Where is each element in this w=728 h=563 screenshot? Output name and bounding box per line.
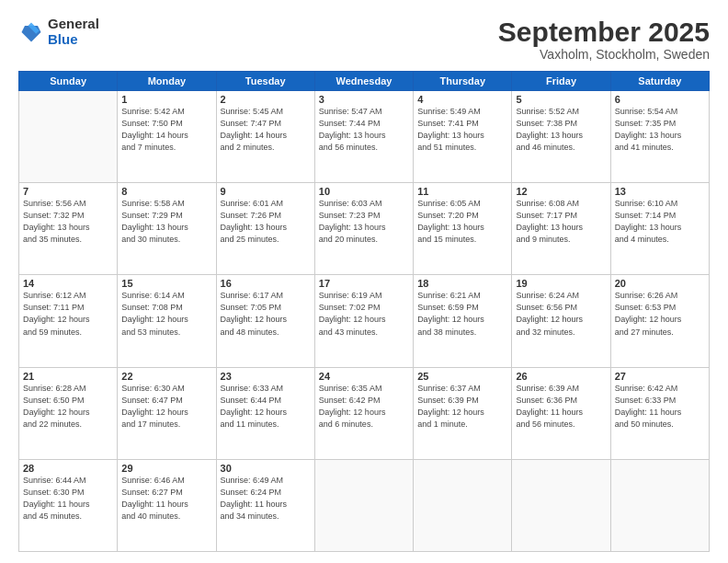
day-info: Sunrise: 5:45 AMSunset: 7:47 PMDaylight:…: [221, 106, 311, 154]
col-thursday: Thursday: [414, 72, 512, 91]
day-number: 24: [319, 371, 409, 382]
calendar-cell: 17Sunrise: 6:19 AMSunset: 7:02 PMDayligh…: [314, 275, 413, 367]
calendar-table: Sunday Monday Tuesday Wednesday Thursday…: [18, 71, 710, 552]
logo-text: General Blue: [48, 17, 99, 47]
calendar-cell: 21Sunrise: 6:28 AMSunset: 6:50 PMDayligh…: [19, 367, 118, 459]
day-number: 29: [121, 463, 211, 474]
day-number: 11: [417, 186, 507, 197]
day-info: Sunrise: 6:46 AMSunset: 6:27 PMDaylight:…: [121, 475, 211, 523]
calendar-cell: 2Sunrise: 5:45 AMSunset: 7:47 PMDaylight…: [216, 91, 314, 183]
day-info: Sunrise: 6:21 AMSunset: 6:59 PMDaylight:…: [417, 290, 507, 338]
day-info: Sunrise: 6:10 AMSunset: 7:14 PMDaylight:…: [615, 198, 705, 246]
col-saturday: Saturday: [610, 72, 709, 91]
page: General Blue September 2025 Vaxholm, Sto…: [0, 0, 728, 563]
calendar-cell: 13Sunrise: 6:10 AMSunset: 7:14 PMDayligh…: [610, 183, 709, 275]
day-number: 21: [23, 371, 113, 382]
calendar-cell: [610, 459, 709, 551]
calendar-cell: 22Sunrise: 6:30 AMSunset: 6:47 PMDayligh…: [118, 367, 216, 459]
calendar-cell: 29Sunrise: 6:46 AMSunset: 6:27 PMDayligh…: [118, 459, 216, 551]
calendar-cell: 14Sunrise: 6:12 AMSunset: 7:11 PMDayligh…: [19, 275, 118, 367]
day-number: 20: [615, 278, 705, 289]
col-monday: Monday: [118, 72, 216, 91]
day-number: 5: [516, 94, 606, 105]
day-info: Sunrise: 6:37 AMSunset: 6:39 PMDaylight:…: [417, 383, 507, 431]
day-info: Sunrise: 6:33 AMSunset: 6:44 PMDaylight:…: [221, 383, 311, 431]
calendar-cell: 10Sunrise: 6:03 AMSunset: 7:23 PMDayligh…: [314, 183, 413, 275]
col-friday: Friday: [512, 72, 610, 91]
day-number: 4: [417, 94, 507, 105]
calendar-cell: [19, 91, 118, 183]
calendar-cell: 26Sunrise: 6:39 AMSunset: 6:36 PMDayligh…: [512, 367, 610, 459]
day-number: 26: [516, 371, 606, 382]
calendar-cell: 30Sunrise: 6:49 AMSunset: 6:24 PMDayligh…: [216, 459, 314, 551]
day-info: Sunrise: 6:01 AMSunset: 7:26 PMDaylight:…: [221, 198, 311, 246]
calendar-cell: 18Sunrise: 6:21 AMSunset: 6:59 PMDayligh…: [414, 275, 512, 367]
day-info: Sunrise: 5:54 AMSunset: 7:35 PMDaylight:…: [615, 106, 705, 154]
day-info: Sunrise: 6:44 AMSunset: 6:30 PMDaylight:…: [23, 475, 113, 523]
calendar-cell: 8Sunrise: 5:58 AMSunset: 7:29 PMDaylight…: [118, 183, 216, 275]
day-number: 14: [23, 278, 113, 289]
day-info: Sunrise: 5:56 AMSunset: 7:32 PMDaylight:…: [23, 198, 113, 246]
day-info: Sunrise: 6:12 AMSunset: 7:11 PMDaylight:…: [23, 290, 113, 338]
day-number: 16: [221, 278, 311, 289]
day-info: Sunrise: 5:47 AMSunset: 7:44 PMDaylight:…: [319, 106, 409, 154]
header: General Blue September 2025 Vaxholm, Sto…: [18, 17, 710, 62]
calendar-cell: 27Sunrise: 6:42 AMSunset: 6:33 PMDayligh…: [610, 367, 709, 459]
calendar-cell: 3Sunrise: 5:47 AMSunset: 7:44 PMDaylight…: [314, 91, 413, 183]
day-info: Sunrise: 6:49 AMSunset: 6:24 PMDaylight:…: [221, 475, 311, 523]
day-info: Sunrise: 5:52 AMSunset: 7:38 PMDaylight:…: [516, 106, 606, 154]
day-info: Sunrise: 6:42 AMSunset: 6:33 PMDaylight:…: [615, 383, 705, 431]
day-number: 30: [221, 463, 311, 474]
calendar-week-1: 1Sunrise: 5:42 AMSunset: 7:50 PMDaylight…: [19, 91, 710, 183]
day-number: 15: [121, 278, 211, 289]
calendar-cell: 19Sunrise: 6:24 AMSunset: 6:56 PMDayligh…: [512, 275, 610, 367]
calendar-cell: 16Sunrise: 6:17 AMSunset: 7:05 PMDayligh…: [216, 275, 314, 367]
calendar-cell: 11Sunrise: 6:05 AMSunset: 7:20 PMDayligh…: [414, 183, 512, 275]
calendar-cell: 1Sunrise: 5:42 AMSunset: 7:50 PMDaylight…: [118, 91, 216, 183]
day-info: Sunrise: 5:42 AMSunset: 7:50 PMDaylight:…: [121, 106, 211, 154]
day-number: 8: [121, 186, 211, 197]
day-number: 17: [319, 278, 409, 289]
logo-general: General: [48, 17, 99, 32]
day-number: 18: [417, 278, 507, 289]
day-number: 12: [516, 186, 606, 197]
calendar-cell: 7Sunrise: 5:56 AMSunset: 7:32 PMDaylight…: [19, 183, 118, 275]
calendar-cell: 28Sunrise: 6:44 AMSunset: 6:30 PMDayligh…: [19, 459, 118, 551]
calendar-cell: 25Sunrise: 6:37 AMSunset: 6:39 PMDayligh…: [414, 367, 512, 459]
calendar-cell: 4Sunrise: 5:49 AMSunset: 7:41 PMDaylight…: [414, 91, 512, 183]
day-info: Sunrise: 5:49 AMSunset: 7:41 PMDaylight:…: [417, 106, 507, 154]
title-block: September 2025 Vaxholm, Stockholm, Swede…: [498, 17, 710, 62]
calendar-week-2: 7Sunrise: 5:56 AMSunset: 7:32 PMDaylight…: [19, 183, 710, 275]
day-info: Sunrise: 6:26 AMSunset: 6:53 PMDaylight:…: [615, 290, 705, 338]
day-info: Sunrise: 6:05 AMSunset: 7:20 PMDaylight:…: [417, 198, 507, 246]
day-info: Sunrise: 6:03 AMSunset: 7:23 PMDaylight:…: [319, 198, 409, 246]
day-info: Sunrise: 6:08 AMSunset: 7:17 PMDaylight:…: [516, 198, 606, 246]
day-number: 10: [319, 186, 409, 197]
day-number: 3: [319, 94, 409, 105]
calendar-cell: 20Sunrise: 6:26 AMSunset: 6:53 PMDayligh…: [610, 275, 709, 367]
calendar-cell: [512, 459, 610, 551]
day-number: 27: [615, 371, 705, 382]
calendar-cell: 5Sunrise: 5:52 AMSunset: 7:38 PMDaylight…: [512, 91, 610, 183]
day-number: 13: [615, 186, 705, 197]
logo-icon: [18, 19, 44, 45]
calendar-week-4: 21Sunrise: 6:28 AMSunset: 6:50 PMDayligh…: [19, 367, 710, 459]
calendar-header-row: Sunday Monday Tuesday Wednesday Thursday…: [19, 72, 710, 91]
day-number: 22: [121, 371, 211, 382]
logo-blue: Blue: [48, 32, 99, 48]
calendar-cell: 23Sunrise: 6:33 AMSunset: 6:44 PMDayligh…: [216, 367, 314, 459]
col-wednesday: Wednesday: [314, 72, 413, 91]
day-number: 9: [221, 186, 311, 197]
day-number: 28: [23, 463, 113, 474]
day-number: 23: [221, 371, 311, 382]
calendar-week-3: 14Sunrise: 6:12 AMSunset: 7:11 PMDayligh…: [19, 275, 710, 367]
day-info: Sunrise: 6:28 AMSunset: 6:50 PMDaylight:…: [23, 383, 113, 431]
day-number: 19: [516, 278, 606, 289]
calendar-cell: 6Sunrise: 5:54 AMSunset: 7:35 PMDaylight…: [610, 91, 709, 183]
calendar-cell: [414, 459, 512, 551]
title-month: September 2025: [498, 17, 710, 47]
day-info: Sunrise: 6:24 AMSunset: 6:56 PMDaylight:…: [516, 290, 606, 338]
day-number: 6: [615, 94, 705, 105]
calendar-cell: 12Sunrise: 6:08 AMSunset: 7:17 PMDayligh…: [512, 183, 610, 275]
col-sunday: Sunday: [19, 72, 118, 91]
